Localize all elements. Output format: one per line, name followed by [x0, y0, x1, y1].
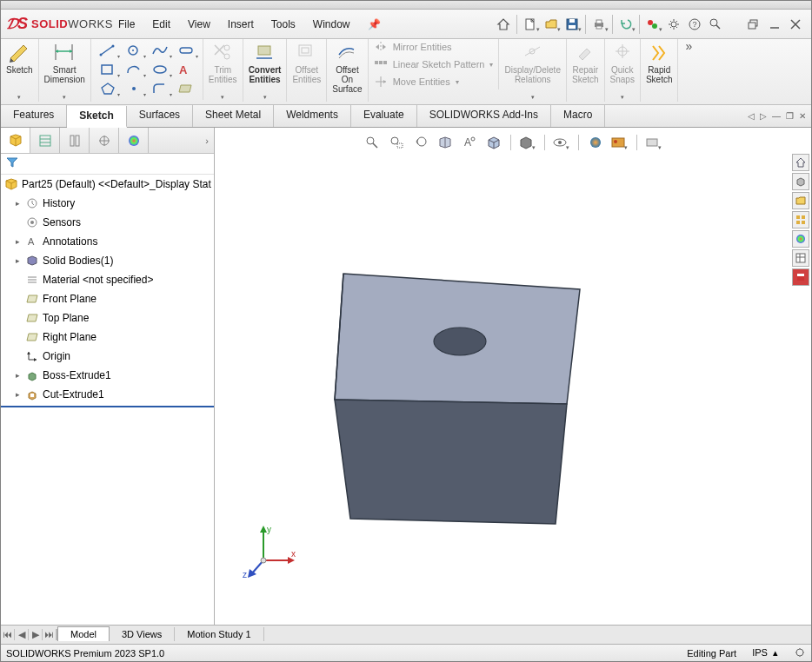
tree-solid-bodies[interactable]: ▸Solid Bodies(1): [1, 251, 214, 270]
taskpane-design-library-icon[interactable]: [792, 173, 809, 190]
taskpane-view-palette-icon[interactable]: [792, 211, 809, 228]
ribbon-overflow-icon[interactable]: »: [678, 39, 699, 53]
edit-appearance-icon[interactable]: [586, 133, 605, 152]
feature-tree-tab-icon[interactable]: [1, 128, 30, 153]
close-icon[interactable]: [785, 14, 806, 35]
spline-tool-icon[interactable]: ▾: [147, 41, 173, 60]
tab-addins[interactable]: SOLIDWORKS Add-Ins: [417, 105, 551, 127]
slot-tool-icon[interactable]: ▾: [173, 41, 199, 60]
panel-expand-icon[interactable]: ›: [149, 128, 214, 153]
rebuild-icon[interactable]: ▾: [642, 14, 663, 35]
next-doc-icon[interactable]: ▷: [760, 111, 767, 121]
model-3d[interactable]: [328, 267, 623, 545]
minimize-doc-icon[interactable]: —: [772, 111, 781, 121]
quick-snaps-button[interactable]: Quick Snaps ▾: [605, 39, 641, 102]
open-icon[interactable]: ▾: [541, 14, 562, 35]
pin-icon[interactable]: 📌: [368, 18, 381, 30]
undo-icon[interactable]: ▾: [616, 14, 636, 35]
taskpane-appearances-icon[interactable]: [792, 230, 809, 248]
rollback-bar[interactable]: [1, 406, 214, 407]
zoom-fit-icon[interactable]: [363, 133, 382, 152]
display-style-icon[interactable]: ▾: [518, 133, 537, 152]
last-tab-icon[interactable]: ⏭: [43, 629, 57, 640]
tree-right-plane[interactable]: Right Plane: [1, 328, 214, 347]
dropdown-icon[interactable]: ▾: [17, 94, 21, 101]
view-orientation-icon[interactable]: [484, 133, 503, 152]
tab-evaluate[interactable]: Evaluate: [351, 105, 417, 127]
arc-tool-icon[interactable]: ▾: [121, 60, 147, 79]
offset-on-surface-button[interactable]: Offset On Surface: [327, 39, 368, 102]
taskpane-file-explorer-icon[interactable]: [792, 192, 809, 209]
polygon-tool-icon[interactable]: ▾: [95, 79, 121, 98]
tab-weldments[interactable]: Weldments: [274, 105, 351, 127]
previous-view-icon[interactable]: [411, 133, 430, 152]
menu-window[interactable]: Window: [304, 13, 359, 36]
prev-doc-icon[interactable]: ◁: [748, 111, 755, 121]
point-tool-icon[interactable]: ▾: [121, 79, 147, 98]
close-doc-icon[interactable]: ✕: [799, 111, 806, 121]
new-icon[interactable]: ▾: [520, 14, 541, 35]
tree-top-plane[interactable]: Top Plane: [1, 308, 214, 328]
print-icon[interactable]: ▾: [589, 14, 609, 35]
dynamic-annotation-icon[interactable]: A: [460, 133, 479, 152]
next-tab-icon[interactable]: ▶: [29, 629, 43, 640]
mirror-entities-button[interactable]: Mirror Entities: [374, 41, 494, 53]
save-icon[interactable]: ▾: [562, 14, 582, 35]
circle-tool-icon[interactable]: ▾: [121, 41, 147, 60]
tree-filter[interactable]: [1, 154, 214, 175]
tree-origin[interactable]: Origin: [1, 347, 214, 366]
taskpane-custom-props-icon[interactable]: [792, 249, 809, 267]
smart-dimension-button[interactable]: Smart Dimension ▾: [39, 39, 91, 102]
repair-sketch-button[interactable]: Repair Sketch: [567, 39, 605, 102]
restore-window-icon[interactable]: [743, 14, 764, 35]
bottom-tab-3dviews[interactable]: 3D Views: [110, 627, 175, 641]
move-entities-button[interactable]: Move Entities ▾: [374, 76, 494, 88]
display-manager-tab-icon[interactable]: [119, 128, 149, 153]
view-settings-icon[interactable]: ▾: [644, 133, 663, 152]
first-tab-icon[interactable]: ⏮: [1, 629, 15, 640]
bottom-tab-model[interactable]: Model: [57, 626, 110, 641]
tree-boss-extrude[interactable]: ▸Boss-Extrude1: [1, 366, 214, 385]
tree-sensors[interactable]: Sensors: [1, 213, 214, 232]
expander-icon[interactable]: ▸: [13, 199, 22, 208]
taskpane-home-icon[interactable]: [792, 154, 809, 171]
view-triad[interactable]: y x z: [239, 522, 300, 583]
prev-tab-icon[interactable]: ◀: [15, 629, 29, 640]
taskpane-forum-icon[interactable]: [792, 268, 809, 286]
convert-entities-button[interactable]: Convert Entities ▾: [243, 39, 288, 102]
settings-icon[interactable]: [663, 14, 684, 35]
ellipse-tool-icon[interactable]: ▾: [147, 60, 173, 79]
sketch-button[interactable]: Sketch ▾: [1, 39, 39, 102]
dimxpert-tab-icon[interactable]: [90, 128, 119, 153]
tree-front-plane[interactable]: Front Plane: [1, 289, 214, 308]
status-units[interactable]: IPS ▴: [752, 647, 778, 659]
line-tool-icon[interactable]: ▾: [95, 41, 121, 60]
display-delete-relations-button[interactable]: Display/Delete Relations ▾: [499, 39, 566, 102]
search-icon[interactable]: [705, 14, 726, 35]
home-icon[interactable]: [493, 14, 514, 35]
maximize-doc-icon[interactable]: ❐: [786, 111, 794, 121]
tab-features[interactable]: Features: [1, 105, 67, 127]
tree-history[interactable]: ▸History: [1, 194, 214, 213]
trim-entities-button[interactable]: Trim Entities ▾: [203, 39, 243, 102]
tab-macro[interactable]: Macro: [551, 105, 605, 127]
configuration-tab-icon[interactable]: [60, 128, 90, 153]
menu-insert[interactable]: Insert: [219, 13, 263, 36]
section-view-icon[interactable]: [436, 133, 455, 152]
rectangle-tool-icon[interactable]: ▾: [95, 60, 121, 79]
text-tool-icon[interactable]: A: [173, 60, 199, 79]
rapid-sketch-button[interactable]: Rapid Sketch: [641, 39, 679, 102]
minimize-icon[interactable]: [764, 14, 785, 35]
menu-edit[interactable]: Edit: [143, 13, 179, 36]
menu-view[interactable]: View: [179, 13, 219, 36]
menu-tools[interactable]: Tools: [263, 13, 304, 36]
property-manager-tab-icon[interactable]: [30, 128, 60, 153]
offset-entities-button[interactable]: Offset Entities: [287, 39, 327, 102]
fillet-tool-icon[interactable]: ▾: [147, 79, 173, 98]
apply-scene-icon[interactable]: ▾: [610, 133, 629, 152]
dropdown-icon[interactable]: ▾: [63, 94, 66, 101]
status-settings-icon[interactable]: [794, 646, 806, 660]
plane-tool-icon[interactable]: [173, 79, 199, 98]
bottom-tab-motion[interactable]: Motion Study 1: [175, 627, 263, 641]
help-icon[interactable]: ?: [684, 14, 705, 35]
